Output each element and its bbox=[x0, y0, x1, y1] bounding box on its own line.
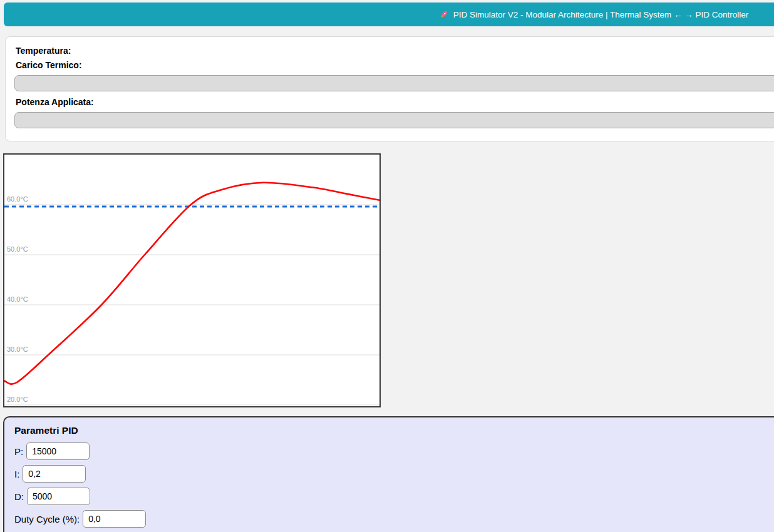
y-axis-tick-label: 20.0°C bbox=[7, 396, 28, 403]
app-header: PID Simulator V2 - Modular Architecture … bbox=[4, 3, 774, 26]
duty-cycle-input[interactable] bbox=[83, 510, 146, 528]
p-input[interactable] bbox=[26, 442, 90, 460]
carico-termico-label: Carico Termico: bbox=[16, 60, 774, 70]
pid-row-i: I: bbox=[14, 465, 774, 483]
page: PID Simulator V2 - Modular Architecture … bbox=[0, 3, 774, 532]
potenza-applicata-label: Potenza Applicata: bbox=[16, 97, 774, 107]
pid-row-duty-cycle: Duty Cycle (%): bbox=[14, 510, 774, 528]
p-label: P: bbox=[14, 446, 23, 457]
temperature-chart-canvas: 60.0°C50.0°C40.0°C30.0°C20.0°C bbox=[4, 155, 379, 406]
pid-row-d: D: bbox=[14, 488, 774, 505]
temperatura-label: Temperatura: bbox=[16, 46, 774, 56]
y-axis-tick-label: 40.0°C bbox=[7, 295, 28, 303]
i-input[interactable] bbox=[23, 465, 86, 483]
y-axis-tick-label: 30.0°C bbox=[7, 345, 28, 353]
pid-parameters-panel: Parametri PID P: I: D: Duty Cycle (%): bbox=[3, 416, 774, 532]
rocket-icon bbox=[439, 9, 449, 19]
app-title: PID Simulator V2 - Modular Architecture … bbox=[453, 10, 748, 19]
pid-row-p: P: bbox=[14, 442, 774, 460]
temperature-curve bbox=[4, 183, 379, 384]
potenza-applicata-bar bbox=[14, 112, 774, 128]
y-axis-tick-label: 50.0°C bbox=[7, 245, 28, 253]
d-input[interactable] bbox=[27, 488, 90, 505]
i-label: I: bbox=[14, 469, 19, 479]
status-panel: Temperatura: Carico Termico: Potenza App… bbox=[5, 36, 774, 141]
d-label: D: bbox=[14, 491, 24, 502]
duty-cycle-label: Duty Cycle (%): bbox=[14, 514, 80, 524]
carico-termico-bar bbox=[14, 75, 774, 91]
y-axis-tick-label: 60.0°C bbox=[7, 195, 28, 203]
temperature-chart: 60.0°C50.0°C40.0°C30.0°C20.0°C bbox=[3, 153, 381, 407]
pid-panel-title: Parametri PID bbox=[14, 425, 774, 436]
